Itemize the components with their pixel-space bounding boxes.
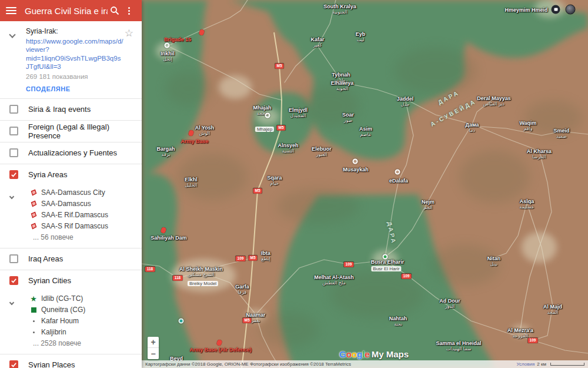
share-button[interactable]: СПОДЕЛЯНЕ [26, 85, 124, 92]
map-label-busr-el-harir: Busr El Harir [371, 266, 401, 271]
map-overlay: South KralyaالجنوبيةEybليبHmeymim HmeidB… [142, 0, 588, 368]
zoom-in-button[interactable]: + [148, 337, 159, 348]
map-label-text: Nejm [422, 199, 435, 205]
map-label-: ДАРА [437, 89, 460, 106]
layer-checkbox[interactable] [9, 127, 18, 135]
kebab-icon[interactable] [122, 4, 136, 18]
layer-item-kafar-houm[interactable]: Kafar Houm [29, 316, 142, 327]
chevron-down-icon[interactable] [9, 194, 14, 198]
map-label-kafar: Kafarكفير [310, 37, 324, 48]
photo-thumbnail-marker[interactable] [566, 5, 576, 15]
chevron-down-icon[interactable] [9, 31, 15, 38]
layer-label: Iraq Areas [28, 254, 63, 263]
layer-checkbox[interactable] [9, 360, 18, 368]
map-label-sub: إبطع [261, 256, 270, 261]
chevron-down-icon[interactable] [9, 300, 14, 304]
poi-circle-marker[interactable] [395, 170, 400, 175]
layer-item-quneitra-cg[interactable]: Quneitra (CG) [29, 304, 142, 316]
map-canvas[interactable]: South KralyaالجنوبيةEybليبHmeymim HmeidB… [142, 0, 588, 368]
army-base-marker[interactable] [188, 130, 195, 137]
road-shield-118: 118 [173, 276, 183, 281]
zoom-out-button[interactable]: − [148, 348, 159, 359]
layer-label: Foreign (Legal & Illegal) Presence [28, 122, 132, 140]
layer-label: Syrian Places [28, 360, 75, 368]
map-label-text: Дама [466, 122, 479, 128]
layer-item-saa-e-rif-damascus[interactable]: SAA-E Rif.Damascus [29, 210, 142, 221]
layer-item-kaljibrin[interactable]: Kaljibrin [29, 327, 142, 338]
map-label-samma-el-hneidal: Samma el Hneidalسما الهنيدات [436, 340, 481, 352]
map-label-text: Army Base [181, 138, 208, 144]
layer-item-saa-damascus-city[interactable]: SAA-Damascus City [29, 187, 142, 198]
layer-row-syria-areas[interactable]: Syria Areas [0, 164, 142, 185]
map-info-panel: Syria-Irak: https://www.google.com/maps/… [0, 21, 142, 98]
map-label-text: Alnsyeh [278, 142, 298, 148]
map-label-: Дамаدما [466, 122, 479, 134]
layer-item-label: Quneitra (CG) [41, 306, 85, 314]
layer-checkbox[interactable] [9, 148, 18, 157]
map-label-text: Mhajep [255, 127, 274, 132]
layer-item-label: Idlib (CG-TC) [41, 294, 83, 303]
map-label-sub: النسية [278, 148, 298, 154]
zoom-controls: + − [148, 337, 159, 359]
layer-items-syria-areas: SAA-Damascus CitySAA-DamascusSAA-E Rif.D… [0, 185, 142, 248]
poi-circle-marker-green[interactable] [383, 254, 388, 260]
map-label-breiky-model: Breiky Model [188, 281, 218, 286]
layer-row-iraq-areas[interactable]: Iraq Areas [0, 248, 142, 270]
layer-row-syrian-cities[interactable]: Syrian Cities [0, 270, 142, 291]
poi-circle-marker-teal[interactable] [179, 319, 184, 324]
map-label-jaddel: Jaddelجدل [397, 96, 414, 108]
layer-row-actualizaciones-y-fuentes[interactable]: Actualizaciones y Fuentes [0, 142, 142, 164]
more-link[interactable]: ... 56 повече [29, 232, 142, 243]
army-base-marker[interactable] [199, 29, 205, 36]
map-label-sub: عاصم [359, 132, 372, 137]
poi-circle-marker[interactable] [165, 43, 170, 48]
map-label-nejm: Nejmالجم [422, 199, 435, 211]
more-link[interactable]: ... 2528 повече [29, 338, 142, 349]
layer-item-saa-damascus[interactable]: SAA-Damascus [29, 198, 142, 210]
army-base-marker[interactable] [216, 339, 223, 346]
map-share-link[interactable]: https://www.google.com/maps/d/viewer?mid… [26, 37, 124, 71]
map-label-sub: الخرسا [527, 154, 552, 160]
layer-label: Syria Areas [28, 170, 67, 179]
layer-row-syrian-places[interactable]: Syrian Places [0, 354, 142, 368]
road-shield-118: 118 [145, 267, 155, 272]
map-label-text: Al Yosh [195, 125, 215, 131]
map-label-sub: قرفا [235, 290, 249, 295]
poi-circle-marker[interactable] [353, 159, 358, 164]
map-label-smeid: Smeidصميد [553, 128, 569, 140]
terms-link[interactable]: Условия [517, 362, 535, 367]
map-label-text: Al Majd [543, 304, 562, 310]
map-label-text: Samma el Hneidal [436, 340, 481, 346]
layer-row-siria-iraq-events[interactable]: Siria & Iraq events [0, 99, 142, 120]
layer-checkbox[interactable] [9, 254, 18, 263]
star-outline-icon[interactable]: ☆ [125, 27, 133, 39]
search-icon[interactable] [108, 4, 122, 18]
map-label-text: Breiky Model [188, 281, 218, 286]
layer-row-foreign-legal-illegal-presence[interactable]: Foreign (Legal & Illegal) Presence [0, 121, 142, 142]
map-label-text: Musaykah [343, 167, 369, 173]
map-label-text: Elkhl [185, 177, 198, 183]
map-label-sub: الحوية [331, 86, 354, 91]
map-label-melhat-al-atash: Melhat Al-Atashملح العطش [314, 274, 354, 286]
map-label-text: Inkhil [161, 51, 175, 57]
layer-item-label: SAA-S Rif Damascus [41, 222, 108, 230]
layer-checkbox[interactable] [9, 276, 18, 285]
photo-marker-icon[interactable] [552, 5, 560, 14]
layer-item-saa-s-rif-damascus[interactable]: SAA-S Rif Damascus [29, 221, 142, 232]
layer-checkbox[interactable] [9, 170, 18, 179]
map-label-musaykah: Musaykah [343, 167, 369, 173]
road-shield-m5: M5 [242, 318, 251, 323]
army-base-marker[interactable] [161, 227, 167, 234]
map-label-text: Soar [342, 112, 354, 118]
hamburger-icon[interactable] [6, 7, 16, 14]
road-shield-m5: M5 [253, 188, 262, 194]
poi-circle-marker[interactable] [265, 113, 270, 118]
layer-item-label: Kafar Houm [41, 317, 79, 325]
map-label-inkhil: Inkhilإنخل [161, 51, 175, 62]
map-label-text: Waqim [519, 120, 536, 126]
layer-checkbox[interactable] [9, 105, 18, 114]
layer-label: Actualizaciones y Fuentes [28, 148, 117, 157]
layer-item-idlib-cg-tc[interactable]: ★Idlib (CG-TC) [29, 293, 142, 304]
map-label-text: Hmeymim Hmeid [505, 7, 547, 13]
map-info-name: Syria-Irak: [26, 27, 124, 35]
